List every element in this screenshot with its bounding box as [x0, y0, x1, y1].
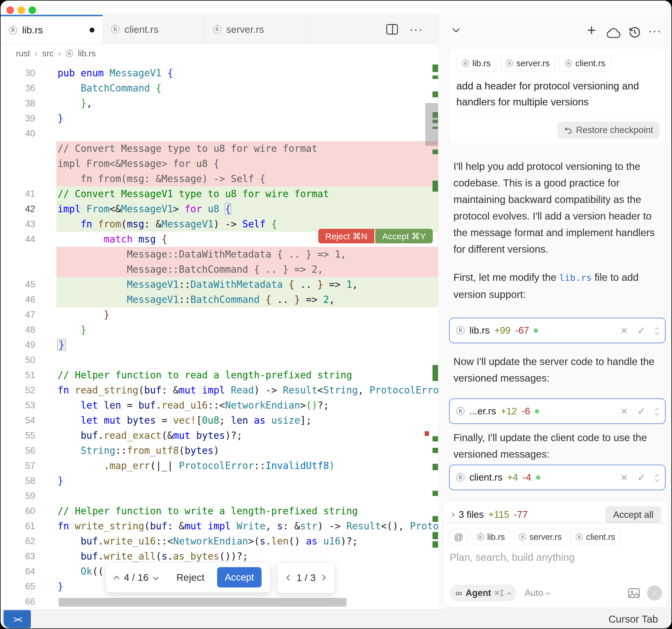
tab-server-rs[interactable]: R server.rs — [205, 15, 306, 44]
add-context-button[interactable]: @ — [450, 529, 468, 545]
total-additions: +115 — [488, 509, 509, 520]
breadcrumb-item-src[interactable]: src — [42, 49, 53, 58]
rust-file-icon: R — [111, 25, 120, 34]
code-line[interactable]: 46 MessageV1::BatchCommand { .. } => 2, — [1, 292, 438, 307]
code-line[interactable]: 59 — [1, 488, 438, 504]
code-line[interactable]: fn from(msg: &Message) -> Self { — [1, 171, 438, 186]
code-line[interactable]: 58} — [1, 473, 438, 488]
reject-file-icon[interactable]: × — [621, 472, 627, 483]
line-number — [1, 171, 56, 186]
accept-file-icon[interactable]: ✓ — [638, 326, 646, 335]
code-line[interactable]: 49} — [1, 337, 438, 353]
split-editor-icon[interactable] — [386, 24, 398, 34]
expand-summary-chevron-icon[interactable] — [450, 512, 455, 517]
close-window-button[interactable] — [6, 6, 14, 14]
code-line[interactable]: 47 } — [1, 307, 438, 322]
prev-diff-icon[interactable] — [114, 576, 119, 581]
minimize-window-button[interactable] — [18, 6, 25, 14]
chat-input-placeholder[interactable]: Plan, search, build anything — [450, 551, 662, 563]
code-line[interactable]: 55 buf.read_exact(&mut bytes)?; — [1, 428, 438, 443]
more-actions-icon[interactable]: ··· — [410, 26, 423, 32]
file-change-card-lib[interactable]: R lib.rs +99 -67 × ✓ — [449, 318, 666, 343]
panel-more-icon[interactable]: ··· — [648, 28, 662, 34]
code-line[interactable]: 56 String::from_utf8(bytes) — [1, 443, 438, 458]
tab-lib-rs[interactable]: R lib.rs — [1, 15, 103, 44]
unsaved-dot-icon[interactable] — [90, 28, 94, 32]
code-line[interactable]: 36 BatchCommand { — [1, 81, 438, 96]
context-pill[interactable]: Rclient.rs — [571, 529, 620, 545]
reject-file-icon[interactable]: × — [621, 325, 627, 336]
file-change-card-server[interactable]: R ...er.rs +12 -6 × ✓ — [449, 398, 666, 424]
code-line[interactable]: 62 buf.write_u16::<NetworkEndian>(s.len(… — [1, 534, 438, 549]
code-editor[interactable]: 30pub enum MessageV1 {36 BatchCommand {3… — [1, 63, 438, 610]
code-line[interactable]: 60// Helper function to write a length-p… — [1, 504, 438, 519]
attach-image-icon[interactable] — [628, 588, 640, 598]
expand-file-icon[interactable] — [655, 407, 658, 415]
accept-all-button[interactable]: Accept all — [605, 506, 661, 523]
code-line[interactable]: Message::BatchCommand { .. } => 2, — [1, 262, 438, 277]
code-line[interactable]: 39} — [1, 111, 438, 126]
context-file-pill[interactable]: Rlib.rs — [456, 55, 496, 72]
ruler-added-marker — [432, 65, 438, 72]
pending-dot-icon — [536, 475, 540, 480]
vertical-scrollbar-thumb[interactable] — [425, 103, 438, 146]
prev-file-icon[interactable] — [286, 575, 292, 580]
line-number — [1, 141, 56, 156]
context-file-pill[interactable]: Rclient.rs — [559, 55, 611, 72]
expand-file-icon[interactable] — [655, 474, 658, 481]
code-line[interactable]: 54 let mut bytes = vec![0u8; len as usiz… — [1, 413, 438, 428]
breadcrumb-item-file[interactable]: lib.rs — [78, 49, 96, 58]
inline-reject-button[interactable]: Reject ⌘N — [318, 229, 375, 243]
inline-accept-button[interactable]: Accept ⌘Y — [375, 229, 433, 243]
context-pill[interactable]: Rserver.rs — [514, 529, 567, 545]
line-number: 56 — [1, 443, 56, 458]
collapse-panel-chevron-icon[interactable] — [453, 26, 459, 32]
agent-mode-selector[interactable]: ∞ Agent ⌘I — [450, 584, 517, 601]
reject-all-button[interactable]: Reject — [176, 572, 204, 583]
code-line[interactable]: // Convert Message type to u8 for wire f… — [1, 141, 438, 156]
maximize-window-button[interactable] — [28, 6, 36, 14]
code-line[interactable]: 41// Convert MessageV1 type to u8 for wi… — [1, 186, 438, 202]
horizontal-scrollbar-thumb[interactable] — [59, 598, 346, 607]
expand-file-icon[interactable] — [655, 327, 658, 334]
code-line[interactable]: impl From<&Message> for u8 { — [1, 156, 438, 171]
breadcrumb-item-rust[interactable]: rust — [16, 49, 30, 58]
next-diff-icon[interactable] — [153, 574, 159, 580]
history-icon[interactable] — [628, 26, 641, 39]
accept-button[interactable]: Accept — [217, 567, 262, 587]
code-line[interactable]: 50 — [1, 353, 438, 368]
code-line[interactable]: 52fn read_string(buf: &mut impl Read) ->… — [1, 383, 438, 398]
code-line[interactable]: 42impl From<&MessageV1> for u8 { — [1, 202, 438, 217]
tabstrip-actions: ··· — [306, 15, 438, 44]
file-change-card-client[interactable]: R client.rs +4 -4 × ✓ — [449, 464, 666, 490]
cursor-tab-status[interactable]: Cursor Tab — [608, 609, 658, 628]
chat-input-card[interactable]: @ Rlib.rs Rserver.rs Rclient.rs Plan, se… — [443, 523, 669, 607]
code-line[interactable]: 30pub enum MessageV1 { — [1, 66, 438, 81]
reject-file-icon[interactable]: × — [621, 406, 627, 417]
accept-file-icon[interactable]: ✓ — [638, 473, 646, 482]
code-line[interactable]: 40 — [1, 126, 438, 141]
model-selector[interactable]: Auto — [525, 588, 549, 598]
next-file-icon[interactable] — [320, 575, 326, 580]
code-line[interactable]: 61fn write_string(buf: &mut impl Write, … — [1, 519, 438, 534]
remote-window-button[interactable]: >< — [3, 610, 31, 628]
send-button[interactable]: ↑ — [647, 585, 662, 601]
pending-dot-icon — [534, 328, 538, 333]
code-line[interactable]: 53 let len = buf.read_u16::<NetworkEndia… — [1, 398, 438, 413]
cloud-icon[interactable] — [607, 27, 621, 38]
code-line[interactable]: 48 } — [1, 322, 438, 337]
context-pill[interactable]: Rlib.rs — [472, 529, 510, 545]
rust-file-icon: R — [66, 50, 73, 57]
accept-file-icon[interactable]: ✓ — [638, 406, 646, 416]
restore-checkpoint-button[interactable]: Restore checkpoint — [557, 122, 659, 139]
code-line[interactable]: 57 .map_err(|_| ProtocolError::InvalidUt… — [1, 458, 438, 473]
code-line[interactable]: 38 }, — [1, 96, 438, 111]
code-line[interactable]: 45 MessageV1::DataWithMetadata { .. } =>… — [1, 277, 438, 292]
tab-client-rs[interactable]: R client.rs — [103, 15, 205, 44]
user-message-card: Rlib.rs Rserver.rs Rclient.rs add a head… — [449, 48, 666, 144]
additions-count: +99 — [495, 325, 511, 336]
new-chat-icon[interactable]: + — [587, 22, 596, 39]
code-line[interactable]: 51// Helper function to read a length-pr… — [1, 368, 438, 383]
code-line[interactable]: Message::DataWithMetadata { .. } => 1, — [1, 247, 438, 262]
context-file-pill[interactable]: Rserver.rs — [500, 55, 555, 72]
